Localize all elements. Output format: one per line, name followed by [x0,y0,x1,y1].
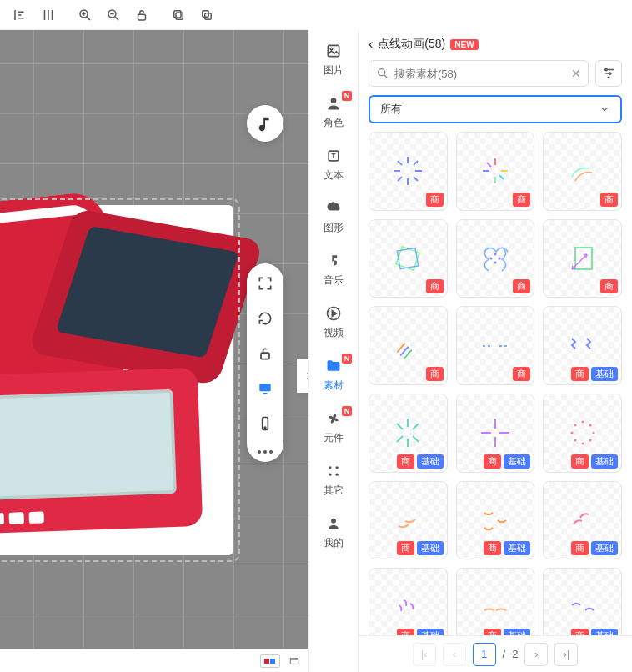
asset-tag: 商 [426,367,444,381]
asset-item[interactable]: 商基础 [543,481,622,560]
music-fab-button[interactable] [247,105,283,142]
lock-button[interactable] [128,2,155,28]
asset-item[interactable]: 商基础 [543,394,622,473]
svg-point-41 [494,253,496,256]
asset-item[interactable]: 商基础 [456,481,535,560]
pager-prev-button[interactable]: ‹ [443,643,466,666]
zoom-in-button[interactable] [72,2,98,28]
svg-point-24 [336,474,339,476]
align-distribute-button[interactable] [35,2,62,28]
svg-point-59 [589,439,591,442]
category-select[interactable]: 所有 [369,95,622,123]
svg-rect-15 [290,658,298,664]
asset-item[interactable]: 商基础 [369,394,448,473]
category-label: 音乐 [324,273,344,288]
svg-point-42 [494,262,496,264]
back-button[interactable]: ‹ [369,37,373,52]
asset-item[interactable]: 商 [456,219,535,298]
canvas-area[interactable] [0,30,308,672]
panel-title: 点线动画(58) [378,37,445,52]
asset-tag: 商 [600,193,618,207]
asset-item[interactable]: 商基础 [543,306,622,385]
copy-button[interactable] [165,2,192,28]
pager-total: 2 [512,648,518,660]
svg-rect-7 [261,353,269,359]
asset-item[interactable]: 商 [369,306,448,385]
asset-item[interactable]: 商 [543,219,622,298]
category-label: 素材 [324,379,344,393]
svg-rect-38 [398,248,419,268]
asset-item[interactable]: 商基础 [369,568,448,635]
assets-scroll[interactable]: 商商商商商商商商商基础商基础商基础商基础商基础商基础商基础商基础商基础商基础商基… [359,132,632,635]
app-root: 图片N角色文本图形音乐视频N素材N元件其它我的 ‹ 点线动画(58) NEW ✕ [0,0,632,672]
asset-item[interactable]: 商基础 [543,568,622,635]
asset-item[interactable]: 商基础 [369,481,448,560]
new-badge-icon: N [342,406,352,416]
new-badge-icon: N [342,91,352,101]
asset-tag: 商 [513,193,530,207]
category-role[interactable]: N角色 [313,94,354,130]
svg-rect-16 [328,45,339,56]
asset-item[interactable]: 商 [543,132,622,211]
category-component[interactable]: N元件 [313,409,354,445]
artboard-selection[interactable] [0,205,233,555]
asset-item[interactable]: 商基础 [456,568,535,635]
pager-next-button[interactable]: › [524,643,548,666]
pager-last-button[interactable]: ›| [554,643,578,666]
window-icon[interactable] [288,655,300,667]
svg-point-39 [489,258,492,260]
asset-tag: 基础 [504,541,530,555]
filter-icon [601,66,616,81]
category-label: 我的 [324,536,344,550]
search-box[interactable]: ✕ [369,60,589,87]
category-other[interactable]: 其它 [313,462,354,498]
align-left-button[interactable] [7,2,33,28]
fullscreen-button[interactable] [253,272,277,295]
asset-tag: 商 [600,279,618,293]
svg-point-57 [589,424,591,427]
color-swatch-button[interactable] [260,654,280,668]
svg-line-34 [414,177,418,181]
svg-line-36 [414,161,418,165]
panel-expand-handle[interactable] [297,359,308,393]
rotate-button[interactable] [253,307,277,330]
new-badge-icon: N [342,354,352,364]
category-select-value: 所有 [380,102,402,117]
person-icon [324,94,343,113]
svg-point-40 [498,258,500,260]
asset-tag: 商 [426,279,444,293]
svg-point-25 [331,519,336,524]
more-dots-icon[interactable] [258,447,273,454]
asset-preview [369,569,447,635]
svg-point-62 [570,432,573,434]
mobile-view-button[interactable] [253,412,277,435]
category-mine[interactable]: 我的 [313,514,354,550]
desktop-view-button[interactable] [253,377,277,400]
zoom-out-button[interactable] [100,2,127,28]
category-video[interactable]: 视频 [313,304,354,340]
category-shape[interactable]: 图形 [313,199,354,235]
folder-icon [324,357,343,375]
category-material[interactable]: N素材 [313,357,354,393]
category-text[interactable]: 文本 [313,147,354,183]
clear-search-button[interactable]: ✕ [571,67,581,80]
asset-item[interactable]: 商 [456,306,535,385]
asset-item[interactable]: 商 [456,132,535,211]
pager-current: 1 [473,643,496,666]
new-badge: NEW [450,39,478,50]
user-icon [324,514,343,533]
svg-point-63 [592,432,594,434]
svg-rect-3 [176,13,183,19]
asset-tag: 基础 [417,454,444,469]
asset-item[interactable]: 商 [369,132,448,211]
pager-first-button[interactable]: |‹ [413,643,436,666]
search-input[interactable] [394,68,566,80]
unlock-button[interactable] [253,342,277,365]
asset-item[interactable]: 商 [369,219,448,298]
canvas-float-toolbar [247,263,283,462]
category-image[interactable]: 图片 [313,42,354,78]
paste-button[interactable] [193,2,220,28]
asset-item[interactable]: 商基础 [456,394,535,473]
filter-button[interactable] [595,60,622,87]
category-music[interactable]: 音乐 [313,252,354,288]
